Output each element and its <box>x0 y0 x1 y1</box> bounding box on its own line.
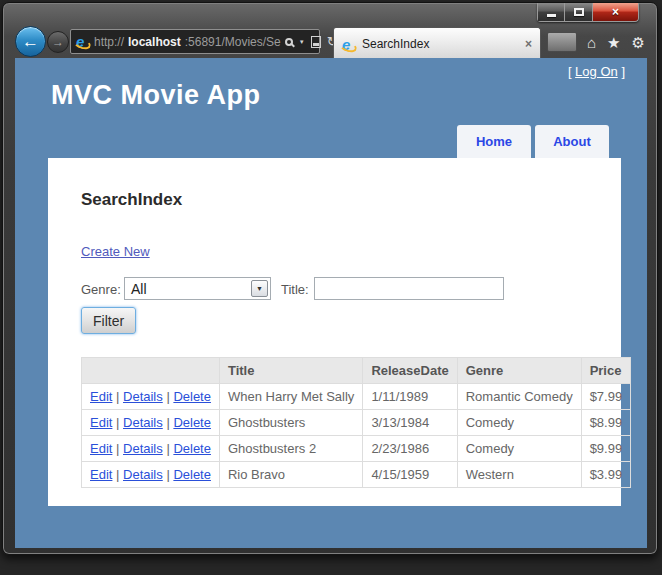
compatibility-view-icon[interactable] <box>311 36 321 48</box>
logon-bracket-close: ] <box>618 64 625 79</box>
edit-link[interactable]: Edit <box>90 415 112 430</box>
browser-chrome-icons: ⌂ ★ ⚙ <box>587 35 645 50</box>
cell-title: Ghostbusters 2 <box>219 436 362 462</box>
settings-gear-icon[interactable]: ⚙ <box>632 35 645 50</box>
browser-tab[interactable]: e SearchIndex × <box>333 27 541 60</box>
action-separator: | <box>112 441 123 456</box>
cell-price: $7.99 <box>581 384 631 410</box>
cell-release-date: 2/23/1986 <box>363 436 457 462</box>
movies-tbody: Edit | Details | DeleteWhen Harry Met Sa… <box>82 384 631 488</box>
cell-genre: Romantic Comedy <box>457 384 581 410</box>
forward-button[interactable]: → <box>47 31 69 53</box>
cell-price: $9.99 <box>581 436 631 462</box>
header-price: Price <box>581 358 631 384</box>
new-tab-button[interactable] <box>547 32 577 52</box>
search-icon[interactable] <box>285 38 293 46</box>
cell-price: $8.99 <box>581 410 631 436</box>
title-label: Title: <box>281 282 309 297</box>
chevron-down-icon: ▼ <box>256 285 263 292</box>
close-icon: × <box>612 5 619 19</box>
action-separator: | <box>163 441 174 456</box>
back-button[interactable]: ← <box>15 26 46 57</box>
ie-favicon-icon: e <box>342 37 356 52</box>
edit-link[interactable]: Edit <box>90 441 112 456</box>
cell-actions: Edit | Details | Delete <box>82 410 220 436</box>
genre-selected-value: All <box>131 281 147 297</box>
cell-title: When Harry Met Sally <box>219 384 362 410</box>
cell-title: Rio Bravo <box>219 462 362 488</box>
action-separator: | <box>163 415 174 430</box>
cell-genre: Western <box>457 462 581 488</box>
genre-label: Genre: <box>81 282 121 297</box>
tab-title: SearchIndex <box>362 37 429 51</box>
window-caption-buttons: × <box>537 3 639 22</box>
details-link[interactable]: Details <box>123 441 163 456</box>
close-button[interactable]: × <box>593 3 639 22</box>
content-panel: SearchIndex Create New Genre: All ▼ Titl… <box>48 158 621 506</box>
edit-link[interactable]: Edit <box>90 389 112 404</box>
table-header-row: Title ReleaseDate Genre Price <box>82 358 631 384</box>
cell-actions: Edit | Details | Delete <box>82 436 220 462</box>
cell-title: Ghostbusters <box>219 410 362 436</box>
address-bar[interactable]: e http://localhost:56891/Movies/Se ▼ ↻ × <box>70 29 320 54</box>
favorites-star-icon[interactable]: ★ <box>607 35 620 50</box>
title-input[interactable] <box>314 277 504 300</box>
chevron-down-icon[interactable]: ▼ <box>299 39 305 45</box>
url-path: :56891/Movies/Se <box>185 35 281 49</box>
logon-link[interactable]: Log On <box>575 64 618 79</box>
delete-link[interactable]: Delete <box>173 441 211 456</box>
table-row: Edit | Details | DeleteWhen Harry Met Sa… <box>82 384 631 410</box>
delete-link[interactable]: Delete <box>173 389 211 404</box>
cell-actions: Edit | Details | Delete <box>82 384 220 410</box>
cell-release-date: 4/15/1959 <box>363 462 457 488</box>
details-link[interactable]: Details <box>123 415 163 430</box>
minimize-button[interactable] <box>537 3 565 22</box>
table-row: Edit | Details | DeleteRio Bravo4/15/195… <box>82 462 631 488</box>
page-viewport: [ Log On ] MVC Movie App Home About Sear… <box>15 58 647 548</box>
movies-table: Title ReleaseDate Genre Price Edit | Det… <box>81 357 631 488</box>
header-title: Title <box>219 358 362 384</box>
genre-select[interactable]: All ▼ <box>124 277 271 300</box>
url-host: localhost <box>128 35 181 49</box>
action-separator: | <box>163 389 174 404</box>
cell-release-date: 3/13/1984 <box>363 410 457 436</box>
action-separator: | <box>112 415 123 430</box>
action-separator: | <box>112 389 123 404</box>
cell-release-date: 1/11/1989 <box>363 384 457 410</box>
select-dropdown-icon[interactable]: ▼ <box>251 280 268 297</box>
cell-actions: Edit | Details | Delete <box>82 462 220 488</box>
cell-genre: Comedy <box>457 410 581 436</box>
home-icon[interactable]: ⌂ <box>587 35 596 50</box>
forward-arrow-icon: → <box>52 35 64 49</box>
action-separator: | <box>112 467 123 482</box>
nav-tab-about[interactable]: About <box>535 125 609 158</box>
page-title: SearchIndex <box>81 190 182 210</box>
create-new-link[interactable]: Create New <box>81 244 150 259</box>
header-release-date: ReleaseDate <box>363 358 457 384</box>
table-row: Edit | Details | DeleteGhostbusters3/13/… <box>82 410 631 436</box>
nav-tab-home[interactable]: Home <box>457 125 531 158</box>
logon-area: [ Log On ] <box>568 64 625 79</box>
browser-toolbar: ← → e http://localhost:56891/Movies/Se ▼… <box>13 25 649 60</box>
back-arrow-icon: ← <box>22 32 39 52</box>
table-row: Edit | Details | DeleteGhostbusters 22/2… <box>82 436 631 462</box>
cell-price: $3.99 <box>581 462 631 488</box>
main-nav: Home About <box>457 125 609 158</box>
details-link[interactable]: Details <box>123 467 163 482</box>
header-actions <box>82 358 220 384</box>
screenshot-stage: × ← → e http://localhost:56891/Movies/Se… <box>0 0 662 575</box>
filter-button[interactable]: Filter <box>81 307 136 334</box>
browser-window: × ← → e http://localhost:56891/Movies/Se… <box>2 2 658 555</box>
url-protocol: http:// <box>94 35 124 49</box>
app-title: MVC Movie App <box>51 80 261 111</box>
cell-genre: Comedy <box>457 436 581 462</box>
action-separator: | <box>163 467 174 482</box>
details-link[interactable]: Details <box>123 389 163 404</box>
ie-logo-icon: e <box>76 34 90 49</box>
maximize-button[interactable] <box>565 3 593 22</box>
delete-link[interactable]: Delete <box>173 415 211 430</box>
edit-link[interactable]: Edit <box>90 467 112 482</box>
delete-link[interactable]: Delete <box>173 467 211 482</box>
header-genre: Genre <box>457 358 581 384</box>
tab-close-icon[interactable]: × <box>525 37 532 51</box>
